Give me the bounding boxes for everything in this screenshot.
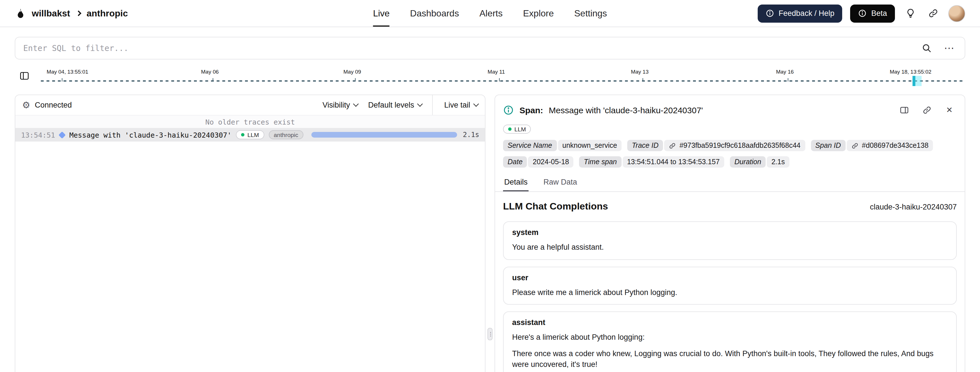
trace-row[interactable]: 13:54:51 Message with 'claude-3-haiku-20… <box>15 128 485 142</box>
trace-timestamp: 13:54:51 <box>21 130 55 139</box>
gear-icon[interactable]: ⚙ <box>22 100 30 109</box>
span-header-actions: ✕ <box>897 103 957 117</box>
timeline: May 04, 13:55:01 May 06 May 09 May 11 Ma… <box>15 64 965 88</box>
traces-toolbar: Visibility Default levels Live tail <box>322 95 478 115</box>
user-avatar[interactable] <box>948 5 965 22</box>
logfire-flame-icon <box>15 8 26 19</box>
span-details-panel: Span: Message with 'claude-3-haiku-20240… <box>495 95 965 372</box>
llm-section-header: LLM Chat Completions claude-3-haiku-2024… <box>495 192 965 215</box>
green-dot-icon <box>241 133 245 136</box>
nav-item-alerts[interactable]: Alerts <box>479 0 503 27</box>
message-content: Please write me a limerick about Python … <box>512 287 948 298</box>
green-dot-icon <box>508 127 512 131</box>
message-content: There once was a coder who knew, Logging… <box>512 348 948 370</box>
logo[interactable]: willbakst anthropic <box>15 8 128 19</box>
link-icon <box>851 142 858 149</box>
span-diamond-icon <box>59 131 66 138</box>
tab-raw-data[interactable]: Raw Data <box>542 174 579 192</box>
feedback-help-button[interactable]: Feedback / Help <box>758 4 842 22</box>
timeline-tickmark <box>213 78 213 82</box>
timeline-tickmark <box>643 78 643 82</box>
timeline-tick: May 04, 13:55:01 <box>47 68 89 75</box>
llm-model-name: claude-3-haiku-20240307 <box>870 203 957 211</box>
timeline-track[interactable]: May 04, 13:55:01 May 06 May 09 May 11 Ma… <box>41 64 965 88</box>
message-card-assistant: assistant Here's a limerick about Python… <box>503 312 957 372</box>
timeline-tick: May 13 <box>631 68 649 75</box>
llm-tag-pill: LLM <box>236 130 264 139</box>
nav-right-group: Feedback / Help Beta <box>758 4 965 22</box>
nav-item-dashboards[interactable]: Dashboards <box>410 0 459 27</box>
breadcrumb-project[interactable]: anthropic <box>86 8 128 18</box>
timeline-tick: May 06 <box>201 68 219 75</box>
attr-time-span: Time span 13:54:51.044 to 13:54:53.157 <box>579 156 724 168</box>
nav-item-live[interactable]: Live <box>373 0 390 27</box>
attr-span-id: Span ID #d08697de343ce138 <box>811 140 933 151</box>
span-title-label: Span: <box>520 105 543 115</box>
llm-tag-pill: LLM <box>503 125 531 134</box>
tab-details[interactable]: Details <box>503 174 529 192</box>
message-role: user <box>512 273 948 282</box>
chevron-down-icon <box>353 101 359 107</box>
message-card-system: system You are a helpful assistant. <box>503 222 957 260</box>
copy-link-icon[interactable] <box>919 103 934 117</box>
span-attributes-row-2: Date 2024-05-18 Time span 13:54:51.044 t… <box>495 151 965 168</box>
live-tail-dropdown[interactable]: Live tail <box>443 101 478 109</box>
scope-tag-pill: anthropic <box>269 130 303 139</box>
timeline-tick: May 09 <box>344 68 361 75</box>
info-icon <box>765 9 774 17</box>
timeline-tick: May 18, 13:55:02 <box>890 68 932 75</box>
chevron-right-icon <box>75 11 81 16</box>
info-circle-icon <box>503 104 514 115</box>
toolbar-divider <box>432 95 433 115</box>
timeline-tickmark <box>500 78 500 82</box>
feedback-help-label: Feedback / Help <box>779 9 835 17</box>
message-content: Here's a limerick about Python logging: <box>512 332 948 343</box>
timeline-tickmark <box>355 78 356 82</box>
panel-resize-handle[interactable]: ⋮ <box>487 328 493 340</box>
breadcrumb: willbakst anthropic <box>32 8 128 18</box>
beta-button[interactable]: Beta <box>850 4 895 22</box>
expand-panel-icon[interactable] <box>897 103 912 117</box>
sql-filter-input[interactable] <box>23 44 912 53</box>
trace-duration: 2.1s <box>461 131 479 139</box>
beta-label: Beta <box>871 9 887 17</box>
message-role: system <box>512 228 948 237</box>
attr-duration: Duration 2.1s <box>730 156 789 168</box>
nav-item-explore[interactable]: Explore <box>523 0 554 27</box>
span-attributes-row-1: Service Name unknown_service Trace ID #9… <box>495 135 965 151</box>
info-icon <box>858 9 867 17</box>
sidebar-toggle-icon[interactable] <box>15 67 34 84</box>
breadcrumb-org[interactable]: willbakst <box>32 8 70 18</box>
span-header: Span: Message with 'claude-3-haiku-20240… <box>495 95 965 120</box>
visibility-dropdown[interactable]: Visibility <box>322 101 358 109</box>
close-icon[interactable]: ✕ <box>942 103 957 117</box>
lightbulb-icon[interactable] <box>903 6 918 21</box>
more-options-icon[interactable]: ⋯ <box>942 41 957 55</box>
link-icon <box>669 142 676 149</box>
traces-panel: ⚙ Connected Visibility Default levels Li… <box>15 95 485 372</box>
chevron-down-icon <box>473 101 479 107</box>
share-link-icon[interactable] <box>926 6 940 21</box>
llm-section-title: LLM Chat Completions <box>503 201 608 212</box>
search-icon[interactable] <box>919 41 934 55</box>
timeline-tick: May 11 <box>488 68 505 75</box>
attr-date: Date 2024-05-18 <box>503 156 574 168</box>
message-card-user: user Please write me a limerick about Py… <box>503 266 957 305</box>
message-content: You are a helpful assistant. <box>512 242 948 253</box>
sql-filter-bar: ⋯ <box>15 37 965 59</box>
timeline-tickmark <box>788 78 788 82</box>
span-tag-row: LLM <box>495 120 965 135</box>
timeline-tickmark <box>62 78 63 82</box>
no-older-traces-notice: No older traces exist <box>15 116 485 128</box>
trace-message: Message with 'claude-3-haiku-20240307' <box>69 130 231 139</box>
nav-item-settings[interactable]: Settings <box>574 0 607 27</box>
connection-status: Connected <box>35 101 72 109</box>
traces-panel-header: ⚙ Connected Visibility Default levels Li… <box>15 95 485 116</box>
span-tabs: Details Raw Data <box>495 174 965 192</box>
timeline-selection[interactable] <box>913 76 921 86</box>
timeline-dashed-line <box>41 81 965 82</box>
app-root: willbakst anthropic Live Dashboards Aler… <box>0 0 980 372</box>
default-levels-dropdown[interactable]: Default levels <box>368 101 422 109</box>
attr-service-name: Service Name unknown_service <box>503 140 622 151</box>
main-split: ⚙ Connected Visibility Default levels Li… <box>15 95 965 372</box>
